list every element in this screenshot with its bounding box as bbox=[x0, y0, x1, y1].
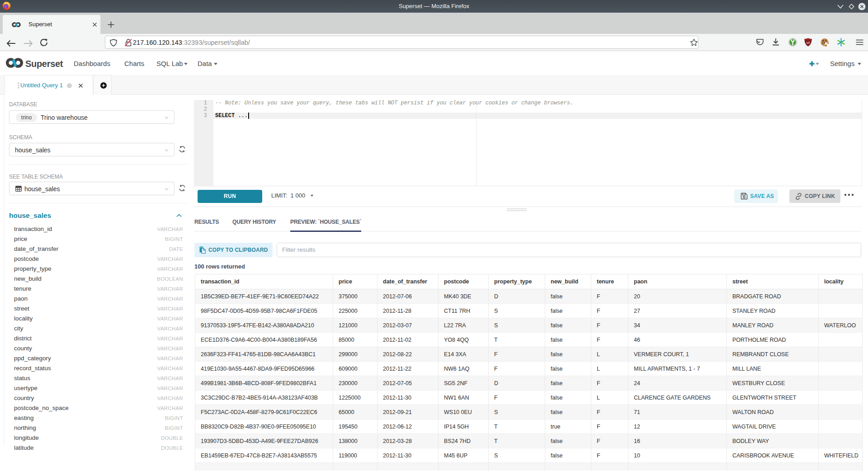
svg-text:u0: u0 bbox=[807, 41, 810, 44]
